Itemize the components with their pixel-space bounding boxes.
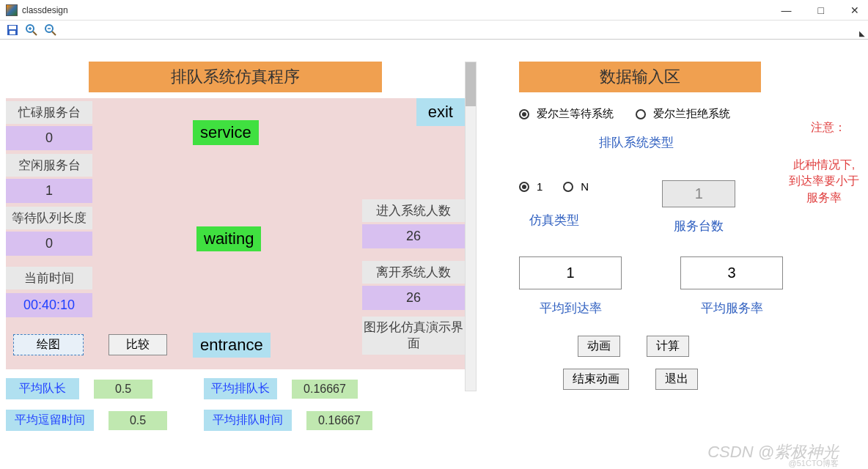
avg-waittime-label: 平均排队时间 <box>204 410 292 431</box>
avg-stay-value: 0.5 <box>108 411 167 430</box>
enter-label: 进入系统人数 <box>362 199 465 222</box>
app-icon <box>6 4 18 16</box>
svg-line-8 <box>52 32 56 35</box>
close-button[interactable]: ✕ <box>847 4 862 16</box>
minimize-button[interactable]: — <box>779 4 795 16</box>
compare-button[interactable]: 比较 <box>108 334 167 355</box>
idle-label: 空闲服务台 <box>6 154 92 177</box>
system-type-radios: 爱尔兰等待系统 爱尔兰拒绝系统 <box>519 107 868 121</box>
svg-line-4 <box>33 32 37 35</box>
simulation-panel: 排队系统仿真程序 忙碌服务台 0 空闲服务台 1 等待队列长度 0 当前时间 0… <box>6 62 465 469</box>
system-type-label: 排队系统类型 <box>585 134 688 151</box>
enter-value: 26 <box>362 224 465 248</box>
avg-queue-value: 0.5 <box>94 380 152 399</box>
busy-value: 0 <box>6 126 92 150</box>
svg-rect-1 <box>9 26 16 29</box>
waiting-tag: waiting <box>196 226 261 251</box>
watermark-sub: @51CTO博客 <box>789 458 839 469</box>
note-body: 此种情况下,到达率要小于服务率 <box>787 157 861 206</box>
servers-label: 服务台数 <box>662 218 735 234</box>
radio-sim-1[interactable] <box>519 182 529 192</box>
entrance-tag: entrance <box>193 333 271 358</box>
service-input[interactable]: 3 <box>680 256 783 289</box>
avg-wait-label: 平均排队长 <box>204 378 277 399</box>
queuelen-value: 0 <box>6 232 92 256</box>
radio-sim-1-label: 1 <box>537 180 542 193</box>
radio-sim-n[interactable] <box>563 182 573 192</box>
servers-input[interactable]: 1 <box>662 180 735 207</box>
content: 排队系统仿真程序 忙碌服务台 0 空闲服务台 1 等待队列长度 0 当前时间 0… <box>0 40 868 469</box>
avg-waittime-value: 0.16667 <box>306 411 372 430</box>
note-title: 注意： <box>811 120 846 136</box>
avg-queue-label: 平均队长 <box>6 378 79 399</box>
time-value: 00:40:10 <box>6 293 92 317</box>
maximize-button[interactable]: □ <box>815 4 827 16</box>
sim-type-label: 仿真类型 <box>519 212 589 229</box>
radio-sim-n-label: N <box>581 180 589 193</box>
save-icon[interactable] <box>6 23 19 37</box>
exit-tag: exit <box>416 98 465 126</box>
service-tag: service <box>193 120 259 145</box>
viz-label: 图形化仿真演示界面 <box>362 317 465 355</box>
leave-value: 26 <box>362 286 465 310</box>
queuelen-label: 等待队列长度 <box>6 207 92 229</box>
idle-value: 1 <box>6 179 92 203</box>
titlebar: classdesign — □ ✕ <box>0 0 868 21</box>
sim-title: 排队系统仿真程序 <box>89 62 382 92</box>
toolbar: ◣ <box>0 21 868 40</box>
exit-button[interactable]: 退出 <box>655 369 698 390</box>
leave-label: 离开系统人数 <box>362 261 465 284</box>
scrollbar-thumb[interactable] <box>466 62 476 106</box>
scrollbar[interactable] <box>465 62 477 391</box>
toolbar-corner-icon: ◣ <box>859 29 865 37</box>
busy-label: 忙碌服务台 <box>6 101 92 124</box>
avg-wait-value: 0.16667 <box>292 380 358 399</box>
input-panel: 数据输入区 爱尔兰等待系统 爱尔兰拒绝系统 排队系统类型 1 N 仿真类型 <box>490 62 868 469</box>
radio-reject-label: 爱尔兰拒绝系统 <box>653 107 730 121</box>
service-label: 平均服务率 <box>680 300 783 317</box>
sim-type-radios: 1 N <box>519 180 589 193</box>
input-title: 数据输入区 <box>519 62 761 92</box>
arrival-label: 平均到达率 <box>519 300 622 317</box>
svg-rect-2 <box>10 31 15 34</box>
arrival-input[interactable]: 1 <box>519 256 622 289</box>
avg-stay-label: 平均逗留时间 <box>6 410 94 431</box>
time-label: 当前时间 <box>6 267 92 289</box>
stop-anim-button[interactable]: 结束动画 <box>563 369 629 390</box>
sim-canvas: 忙碌服务台 0 空闲服务台 1 等待队列长度 0 当前时间 00:40:10 s… <box>6 98 465 369</box>
radio-wait-system[interactable] <box>519 109 529 119</box>
plot-button[interactable]: 绘图 <box>13 334 84 355</box>
calculate-button[interactable]: 计算 <box>647 336 689 357</box>
window-title: classdesign <box>22 5 779 15</box>
window-controls: — □ ✕ <box>779 4 862 16</box>
radio-reject-system[interactable] <box>636 109 646 119</box>
animate-button[interactable]: 动画 <box>578 336 620 357</box>
zoom-in-icon[interactable] <box>25 23 38 37</box>
zoom-out-icon[interactable] <box>44 23 57 37</box>
radio-wait-label: 爱尔兰等待系统 <box>537 107 614 121</box>
